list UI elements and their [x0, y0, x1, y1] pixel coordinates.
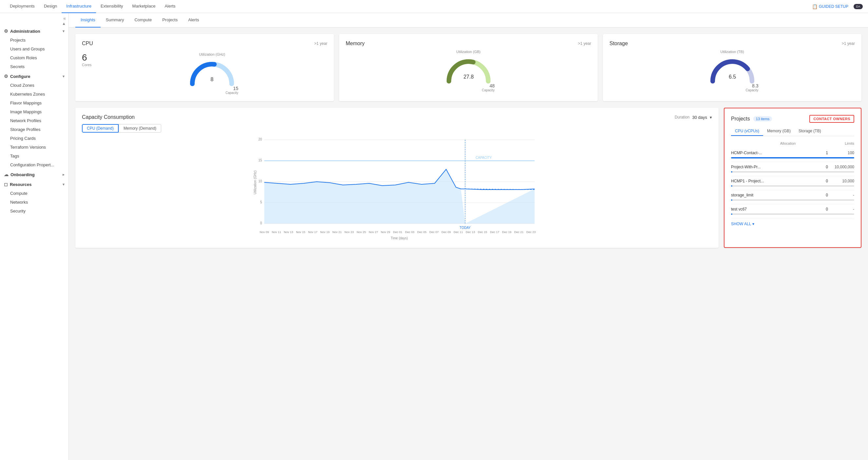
sidebar-scroll-up-button[interactable]: ▲ — [62, 21, 66, 26]
duration-dropdown-icon[interactable]: ▾ — [710, 115, 712, 120]
sub-nav-item-insights[interactable]: Insights — [75, 13, 101, 28]
sidebar-item-compute[interactable]: Compute — [0, 189, 68, 198]
chart-tab-memory-demand-[interactable]: Memory (Demand) — [119, 124, 161, 133]
memory-timerange: >1 year — [578, 41, 591, 46]
project-limit: - — [828, 193, 854, 197]
storage-timerange: >1 year — [842, 41, 855, 46]
storage-card: Storage >1 year Utilization (TB) 6.5 — [603, 34, 862, 101]
project-limit: 10,000,000 — [828, 165, 854, 169]
sidebar-item-tags[interactable]: Tags — [0, 152, 68, 160]
svg-text:CAPACITY: CAPACITY — [476, 156, 492, 159]
sidebar-item-terraform-versions[interactable]: Terraform Versions — [0, 143, 68, 152]
svg-text:Nov 11: Nov 11 — [272, 230, 281, 234]
project-name: storage_limit — [731, 193, 812, 197]
sub-nav-item-summary[interactable]: Summary — [101, 13, 129, 28]
sidebar-group-administration[interactable]: ⚙Administration▾ — [0, 26, 68, 36]
sidebar-item-kubernetes-zones[interactable]: Kubernetes Zones — [0, 90, 68, 99]
svg-text:Dec 15: Dec 15 — [478, 230, 487, 234]
memory-title: Memory — [346, 41, 365, 46]
sidebar-item-image-mappings[interactable]: Image Mappings — [0, 107, 68, 116]
sidebar-group-onboarding[interactable]: ☁Onboarding▸ — [0, 169, 68, 179]
sidebar-item-storage-profiles[interactable]: Storage Profiles — [0, 125, 68, 134]
contact-owners-button[interactable]: CONTACT OWNERS — [809, 115, 854, 123]
sidebar-item-flavor-mappings[interactable]: Flavor Mappings — [0, 99, 68, 107]
project-bar-bg — [731, 157, 854, 159]
svg-text:Dec 11: Dec 11 — [454, 230, 463, 234]
limits-header: Limits — [845, 141, 854, 145]
svg-text:Nov 09: Nov 09 — [259, 230, 269, 234]
top-nav-item-design[interactable]: Design — [39, 0, 62, 13]
project-bar-fill — [731, 157, 854, 159]
project-bar-fill — [731, 185, 732, 187]
svg-text:Nov 15: Nov 15 — [296, 230, 305, 234]
sidebar-group-resources[interactable]: ◻Resources▾ — [0, 179, 68, 189]
project-allocation: 0 — [812, 207, 828, 211]
top-nav-item-infrastructure[interactable]: Infrastructure — [62, 0, 96, 13]
cpu-capacity-value: 15 — [233, 86, 239, 91]
sidebar-group-configure[interactable]: ⚙Configure▾ — [0, 71, 68, 81]
sidebar-item-custom-roles[interactable]: Custom Roles — [0, 53, 68, 62]
group-icon: ⚙ — [4, 74, 8, 79]
cpu-utilization-label: Utilization (GHz) — [199, 53, 225, 56]
svg-text:8: 8 — [211, 77, 214, 82]
top-nav-item-deployments[interactable]: Deployments — [5, 0, 39, 13]
svg-text:Dec 13: Dec 13 — [466, 230, 475, 234]
projects-tab-cpu-vcpus-[interactable]: CPU (vCPUs) — [731, 127, 763, 136]
sidebar-item-pricing-cards[interactable]: Pricing Cards — [0, 134, 68, 143]
svg-text:20: 20 — [258, 137, 262, 141]
sidebar-item-projects[interactable]: Projects — [0, 36, 68, 44]
svg-text:Utilization (GHz): Utilization (GHz) — [253, 171, 257, 195]
project-name: Project-With-Pr... — [731, 165, 812, 169]
sidebar-item-networks[interactable]: Networks — [0, 198, 68, 206]
duration-value: 30 days — [692, 115, 707, 120]
chart-tab-cpu-demand-[interactable]: CPU (Demand) — [82, 124, 119, 133]
top-nav-item-alerts[interactable]: Alerts — [160, 0, 180, 13]
svg-text:TODAY: TODAY — [460, 226, 471, 230]
project-allocation: 0 — [812, 179, 828, 183]
capacity-consumption-card: Capacity Consumption Duration 30 days ▾ … — [75, 108, 719, 248]
top-nav-item-marketplace[interactable]: Marketplace — [128, 0, 160, 13]
sidebar-item-cloud-zones[interactable]: Cloud Zones — [0, 81, 68, 90]
cpu-cores-value: 6 — [82, 53, 91, 63]
svg-text:Nov 23: Nov 23 — [344, 230, 354, 234]
sub-nav-item-projects[interactable]: Projects — [157, 13, 183, 28]
cpu-title: CPU — [82, 41, 93, 46]
storage-capacity-value: 8.3 — [752, 83, 758, 89]
show-all-button[interactable]: SHOW ALL ▾ — [731, 218, 854, 226]
project-allocation: 1 — [812, 151, 828, 155]
svg-text:Nov 19: Nov 19 — [320, 230, 330, 234]
project-name: HCMP-Contact-... — [731, 151, 812, 155]
sub-nav-item-compute[interactable]: Compute — [129, 13, 157, 28]
project-row: test vc67 0 - — [731, 204, 854, 218]
projects-tab-memory-gb-[interactable]: Memory (GB) — [763, 127, 795, 136]
svg-text:6.5: 6.5 — [728, 74, 736, 79]
sidebar-item-secrets[interactable]: Secrets — [0, 62, 68, 71]
storage-gauge-svg: 6.5 — [706, 55, 758, 85]
cpu-timerange: >1 year — [314, 41, 327, 46]
projects-items-badge: 13 items — [753, 116, 772, 122]
sidebar-item-configuration-propert-[interactable]: Configuration Propert... — [0, 160, 68, 169]
svg-text:Dec 05: Dec 05 — [417, 230, 427, 234]
svg-text:Dec 19: Dec 19 — [502, 230, 512, 234]
projects-title: Projects — [731, 116, 750, 122]
cpu-capacity-label: Capacity — [225, 91, 238, 95]
sidebar-item-security[interactable]: Security — [0, 206, 68, 216]
chevron-icon: ▸ — [63, 172, 65, 177]
sidebar-item-users-and-groups[interactable]: Users and Groups — [0, 44, 68, 53]
storage-utilization-label: Utilization (TB) — [720, 50, 744, 54]
project-row: HCMP-Contact-... 1 100 — [731, 148, 854, 162]
top-nav-item-extensibility[interactable]: Extensibility — [96, 0, 128, 13]
project-limit: 10,000 — [828, 179, 854, 183]
projects-tab-storage-tb-[interactable]: Storage (TB) — [795, 127, 825, 136]
group-icon: ☁ — [4, 172, 8, 177]
sidebar-item-network-profiles[interactable]: Network Profiles — [0, 116, 68, 125]
dark-mode-toggle[interactable]: DA — [854, 4, 863, 9]
svg-text:Nov 13: Nov 13 — [284, 230, 293, 234]
guided-setup-link[interactable]: 📋 GUIDED SETUP — [812, 4, 848, 9]
svg-text:0: 0 — [260, 221, 262, 225]
project-row: Project-With-Pr... 0 10,000,000 — [731, 162, 854, 176]
chevron-icon: ▾ — [63, 29, 65, 33]
svg-text:Dec 17: Dec 17 — [490, 230, 499, 234]
sidebar-collapse-button[interactable]: « — [63, 16, 66, 21]
sub-nav-item-alerts[interactable]: Alerts — [183, 13, 204, 28]
